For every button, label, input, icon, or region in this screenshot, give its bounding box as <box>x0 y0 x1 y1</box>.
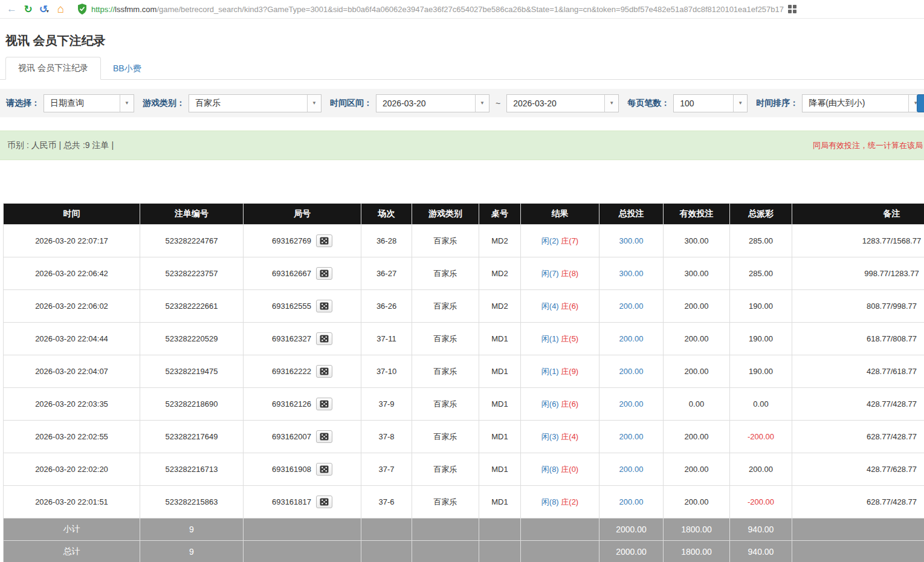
result-banker: 庄(0) <box>561 465 578 474</box>
table-row: 2026-03-20 22:02:55523282217649693162007… <box>4 421 924 453</box>
cell-game-type: 百家乐 <box>412 257 479 290</box>
cell-round-no: 693161817 <box>244 486 361 518</box>
round-detail-button[interactable] <box>316 398 332 410</box>
round-number: 693161908 <box>272 465 311 474</box>
url-domain: lssfmm.com <box>115 5 157 14</box>
result-banker: 庄(5) <box>561 334 578 343</box>
chevron-down-icon[interactable]: ▼ <box>475 95 489 112</box>
extensions-grid-icon[interactable] <box>787 4 797 14</box>
cell-round-no: 693162555 <box>244 290 361 323</box>
total-bet-link[interactable]: 200.00 <box>619 465 644 474</box>
total-bet-link[interactable]: 200.00 <box>619 367 644 376</box>
total-bet-link[interactable]: 200.00 <box>619 432 644 441</box>
total-empty <box>521 541 599 562</box>
cell-total-bet: 200.00 <box>599 355 664 388</box>
date-to-input[interactable]: 2026-03-20 ▼ <box>506 94 619 112</box>
total-count: 9 <box>140 541 244 562</box>
chevron-down-icon[interactable]: ▼ <box>120 95 134 112</box>
filter-label-sort: 时间排序： <box>756 98 798 109</box>
cell-session: 37-6 <box>361 486 412 518</box>
result-player: 闲(2) <box>541 236 559 245</box>
cell-session: 37-11 <box>361 323 412 355</box>
summary-notice: 同局有效投注，统一计算在该局 <box>813 140 923 151</box>
round-detail-button[interactable] <box>316 267 332 280</box>
chevron-down-icon[interactable]: ▼ <box>733 95 747 112</box>
filter-label-mode: 请选择： <box>6 98 40 109</box>
date-from-input[interactable]: 2026-03-20 ▼ <box>376 94 489 112</box>
round-detail-button[interactable] <box>316 300 332 312</box>
header-cell: 游戏类别 <box>412 204 479 225</box>
cell-game-type: 百家乐 <box>412 453 479 486</box>
round-detail-button[interactable] <box>316 365 332 378</box>
round-detail-button[interactable] <box>316 430 332 443</box>
total-bet-link[interactable]: 300.00 <box>619 236 644 245</box>
cell-valid-bet: 0.00 <box>664 388 730 421</box>
total-bet-link[interactable]: 200.00 <box>619 302 644 311</box>
cell-result: 闲(8) 庄(0) <box>521 453 599 486</box>
undo-dropdown-caret[interactable]: ▼ <box>45 9 50 13</box>
cell-table-no: MD1 <box>479 421 521 453</box>
date-mode-select[interactable]: 日期查询 ▼ <box>44 94 134 112</box>
dice-icon <box>320 335 329 343</box>
reload-icon[interactable]: ↻ <box>20 1 36 18</box>
cell-payout: 190.00 <box>730 323 792 355</box>
cell-bet-no: 523282215863 <box>140 486 244 518</box>
filter-label-game-type: 游戏类别： <box>143 98 185 109</box>
chevron-down-icon[interactable]: ▼ <box>604 95 618 112</box>
round-detail-button[interactable] <box>316 496 332 508</box>
per-page-value: 100 <box>674 95 733 112</box>
dice-icon <box>320 367 329 375</box>
home-icon[interactable]: ⌂ <box>53 1 69 18</box>
time-sort-select[interactable]: 降幂(由大到小) ▼ <box>802 94 923 112</box>
total-bet-link[interactable]: 200.00 <box>619 399 644 409</box>
total-bet-link[interactable]: 200.00 <box>619 334 644 343</box>
cell-game-type: 百家乐 <box>412 355 479 388</box>
cell-total-bet: 200.00 <box>599 323 664 355</box>
cell-result: 闲(2) 庄(7) <box>521 225 599 257</box>
cell-valid-bet: 200.00 <box>664 323 730 355</box>
cell-remark: 808.77/998.77 <box>792 290 924 323</box>
cell-remark: 1283.77/1568.77 <box>792 225 924 257</box>
result-player: 闲(6) <box>541 399 559 409</box>
undo-icon[interactable]: ↺▼ <box>36 1 53 18</box>
round-detail-button[interactable] <box>316 332 332 345</box>
bet-records-table: 时间注单编号局号场次游戏类别桌号结果总投注有效投注总派彩备注 2026-03-2… <box>3 203 924 562</box>
header-cell: 总投注 <box>599 204 664 225</box>
tab-bet-records[interactable]: 视讯 会员下注纪录 <box>5 57 101 80</box>
header-cell: 备注 <box>792 204 924 225</box>
round-detail-button[interactable] <box>316 463 332 476</box>
table-row: 2026-03-20 22:07:17523282224767693162769… <box>4 225 924 257</box>
total-empty <box>361 541 412 562</box>
game-type-select[interactable]: 百家乐 ▼ <box>189 94 321 112</box>
total-bet-link[interactable]: 300.00 <box>619 269 644 278</box>
table-header-row: 时间注单编号局号场次游戏类别桌号结果总投注有效投注总派彩备注 <box>4 204 924 225</box>
tab-bb-tip[interactable]: BB小费 <box>101 58 153 80</box>
cell-game-type: 百家乐 <box>412 421 479 453</box>
back-icon[interactable]: ← <box>4 1 20 18</box>
dice-icon <box>320 400 329 408</box>
cell-total-bet: 200.00 <box>599 453 664 486</box>
header-cell: 桌号 <box>479 204 521 225</box>
url-path: /game/betrecord_search/kind3?GameType=30… <box>157 5 784 14</box>
subtotal-empty <box>412 518 479 541</box>
dice-icon <box>320 302 329 310</box>
cell-game-type: 百家乐 <box>412 486 479 518</box>
cell-total-bet: 200.00 <box>599 421 664 453</box>
chevron-down-icon[interactable]: ▼ <box>307 95 321 112</box>
subtotal-count: 9 <box>140 518 244 541</box>
total-total-bet: 2000.00 <box>599 541 664 562</box>
url-scheme: https:// <box>91 5 115 14</box>
cell-bet-no: 523282220529 <box>140 323 244 355</box>
per-page-select[interactable]: 100 ▼ <box>673 94 748 112</box>
cell-valid-bet: 200.00 <box>664 290 730 323</box>
address-bar[interactable]: https://lssfmm.com/game/betrecord_search… <box>77 4 920 15</box>
filter-bar: 请选择： 日期查询 ▼ 游戏类别： 百家乐 ▼ 时间区间： 2026-03-20… <box>0 89 924 117</box>
search-button-partial[interactable] <box>917 94 924 112</box>
subtotal-label: 小计 <box>4 518 140 541</box>
round-detail-button[interactable] <box>316 234 332 247</box>
result-player: 闲(7) <box>541 269 559 278</box>
cell-bet-no: 523282217649 <box>140 421 244 453</box>
cell-remark: 998.77/1283.77 <box>792 257 924 290</box>
cell-table-no: MD1 <box>479 453 521 486</box>
total-bet-link[interactable]: 200.00 <box>619 497 644 506</box>
